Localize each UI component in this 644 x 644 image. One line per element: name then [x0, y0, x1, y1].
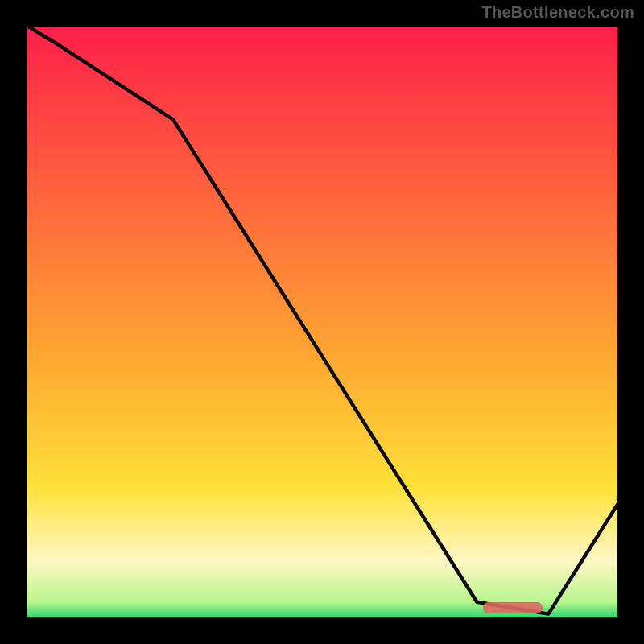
gradient-background	[24, 24, 620, 620]
chart-stage: TheBottleneck.com	[0, 0, 644, 644]
optimal-range-marker	[483, 602, 543, 613]
plot-area	[24, 24, 620, 620]
chart-svg	[24, 24, 620, 620]
watermark-text: TheBottleneck.com	[481, 3, 634, 22]
